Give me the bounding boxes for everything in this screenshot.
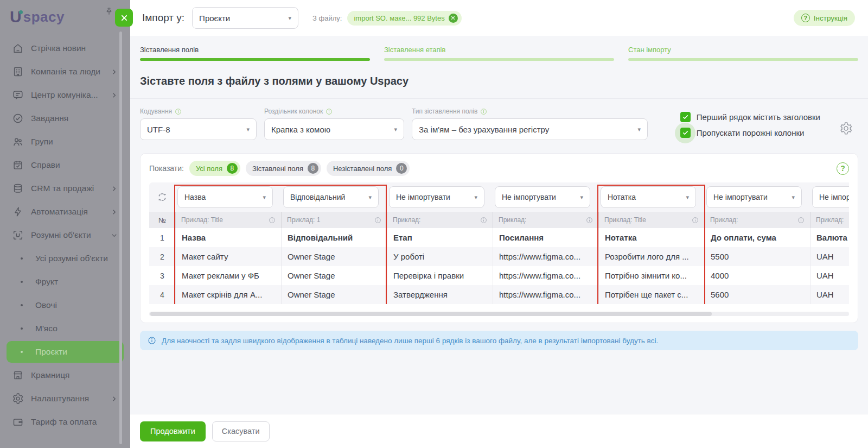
table-cell: UAH xyxy=(810,247,849,266)
cell-text: https://www.figma.co... xyxy=(499,252,580,261)
sidebar-item-6[interactable]: CRM та продажі xyxy=(7,178,124,199)
step-1[interactable]: Зіставлення етапів xyxy=(384,46,614,61)
sidebar-item-11[interactable]: Овочі xyxy=(7,294,124,316)
setting-select-1[interactable]: Крапка з комою▾ xyxy=(264,118,404,140)
column-mapping-select-3[interactable]: Не імпортувати▾ xyxy=(495,186,590,208)
table-cell: UAH xyxy=(810,285,849,304)
database-icon xyxy=(12,182,24,194)
sidebar-item-label: Стрічка новин xyxy=(31,43,86,53)
cell-text: https://www.figma.co... xyxy=(499,290,580,299)
sidebar-item-10[interactable]: Фрукт xyxy=(7,271,124,293)
mapping-card: Показати: Усі поля8Зіставлені поля8Незіс… xyxy=(140,153,858,323)
sidebar-item-5[interactable]: Справи xyxy=(7,154,124,176)
setting-field-0: КодуванняUTF-8▾ xyxy=(140,108,257,140)
cell-text: Посилання xyxy=(499,233,544,242)
chevron-right-icon xyxy=(110,91,118,99)
sidebar-item-3[interactable]: Завдання xyxy=(7,108,124,129)
sidebar-item-14[interactable]: Крамниця xyxy=(7,364,124,386)
sidebar-menu: Стрічка новинКомпанія та людиЦентр комун… xyxy=(0,29,130,433)
cancel-button[interactable]: Скасувати xyxy=(212,421,270,441)
setting-field-label: Кодування xyxy=(140,108,257,115)
step-2[interactable]: Стан імпорту xyxy=(628,46,858,61)
chip-label: Усі поля xyxy=(196,165,222,173)
sidebar-item-16[interactable]: Тариф та оплата xyxy=(7,411,124,433)
row-number: 3 xyxy=(149,266,175,285)
cell-text: 5500 xyxy=(711,252,729,261)
table-cell: 5600 xyxy=(704,285,810,304)
setting-label-text: Роздільник колонок xyxy=(264,108,323,115)
column-mapping-select-5[interactable]: Не імпортувати▾ xyxy=(706,186,802,208)
checkbox-0[interactable] xyxy=(680,112,691,122)
chip-count-badge: 8 xyxy=(227,163,238,174)
setting-select-0[interactable]: UTF-8▾ xyxy=(140,118,257,140)
sidebar-item-1[interactable]: Компанія та люди xyxy=(7,61,124,83)
pin-sidebar-icon[interactable] xyxy=(104,7,114,16)
info-icon xyxy=(374,217,381,224)
filter-chips-row: Показати: Усі поля8Зіставлені поля8Незіс… xyxy=(149,161,849,176)
filter-chip-0[interactable]: Усі поля8 xyxy=(189,161,240,176)
chevron-down-icon: ▾ xyxy=(284,15,292,22)
sidebar-item-15[interactable]: Налаштування xyxy=(7,388,124,409)
import-target-select[interactable]: Проєкти ▾ xyxy=(192,7,298,29)
sidebar-item-label: Крамниця xyxy=(31,370,69,380)
sidebar-item-2[interactable]: Центр комуніка... xyxy=(7,84,124,106)
mapping-select-value: Не імпортувати xyxy=(713,193,768,201)
step-label: Зіставлення етапів xyxy=(384,46,614,54)
info-icon xyxy=(269,217,276,224)
checkbox-row-0[interactable]: Перший рядок містить заголовки xyxy=(680,112,820,122)
instruction-button[interactable]: ? Інструкція xyxy=(794,10,855,26)
remove-file-icon[interactable] xyxy=(449,14,458,23)
sidebar-item-4[interactable]: Групи xyxy=(7,131,124,153)
table-cell: Затвердження xyxy=(387,285,493,304)
continue-button[interactable]: Продовжити xyxy=(140,421,206,441)
table-select-row: Назва▾Відповідальний▾Не імпортувати▾Не і… xyxy=(149,182,849,212)
setting-label-text: Тип зіставлення полів xyxy=(412,108,477,115)
table-cell: Нотатка xyxy=(598,228,704,247)
horizontal-scrollbar-thumb[interactable] xyxy=(150,312,712,316)
bullet-icon xyxy=(21,257,23,260)
info-icon xyxy=(480,108,487,115)
step-label: Стан імпорту xyxy=(628,46,858,54)
column-mapping-select-0[interactable]: Назва▾ xyxy=(177,186,273,208)
sidebar-item-0[interactable]: Стрічка новин xyxy=(7,37,124,59)
sidebar-item-label: Фрукт xyxy=(35,277,58,287)
checkbox-row-1[interactable]: Пропускати порожні колонки xyxy=(680,128,820,138)
sidebar-scrollbar[interactable] xyxy=(119,31,122,444)
checkbox-1[interactable] xyxy=(680,128,691,138)
row-number-header: № xyxy=(149,212,175,228)
cell-text: UAH xyxy=(816,290,834,299)
filter-chip-2[interactable]: Незіставлені поля0 xyxy=(327,161,410,176)
chevron-down-icon: ▾ xyxy=(576,194,583,201)
table-cell: Owner Stage xyxy=(281,285,387,304)
store-icon xyxy=(12,369,24,381)
step-0[interactable]: Зіставлення полів xyxy=(140,46,370,61)
sidebar-item-13[interactable]: Проєкти xyxy=(7,341,124,363)
close-button[interactable] xyxy=(115,9,133,27)
table-cell: У роботі xyxy=(387,247,493,266)
gear-icon[interactable] xyxy=(839,122,853,136)
sidebar-item-label: Автоматизація xyxy=(31,207,88,217)
file-chip-label: import SO. маке... 992 Bytes xyxy=(354,14,444,22)
cell-text: Потрібно зімнити ко... xyxy=(605,271,687,280)
filter-chip-1[interactable]: Зіставлені поля8 xyxy=(246,161,321,176)
column-mapping-select-4[interactable]: Нотатка▾ xyxy=(601,186,696,208)
column-mapping-select-2[interactable]: Не імпортувати▾ xyxy=(389,186,484,208)
example-cell-5: Приклад: xyxy=(704,212,810,228)
chevron-down-icon: ▾ xyxy=(242,126,250,133)
sidebar-item-8[interactable]: Розумні об'єкти xyxy=(7,224,124,246)
setting-select-2[interactable]: За ім'ям – без урахування регістру▾ xyxy=(412,118,648,140)
step-progress-bar xyxy=(140,58,370,61)
column-mapping-select-1[interactable]: Відповідальний▾ xyxy=(283,186,379,208)
sidebar-item-12[interactable]: М'ясо xyxy=(7,318,124,339)
help-icon[interactable]: ? xyxy=(837,162,849,175)
sidebar-item-9[interactable]: Усі розумні об'єкти xyxy=(7,248,124,269)
chip-count-badge: 0 xyxy=(396,163,407,174)
sidebar-item-7[interactable]: Автоматизація xyxy=(7,201,124,223)
table-cell: Розробити лого для ... xyxy=(598,247,704,266)
column-mapping-select-6[interactable]: Не імпортувати▾ xyxy=(812,186,849,208)
table-row-2: 3Макет реклами у ФБOwner StageПеревірка … xyxy=(149,266,849,285)
horizontal-scrollbar-track[interactable] xyxy=(149,312,849,316)
table-cell: Потрібно зімнити ко... xyxy=(598,266,704,285)
match-columns-cell xyxy=(149,191,175,204)
building-icon xyxy=(12,66,24,78)
